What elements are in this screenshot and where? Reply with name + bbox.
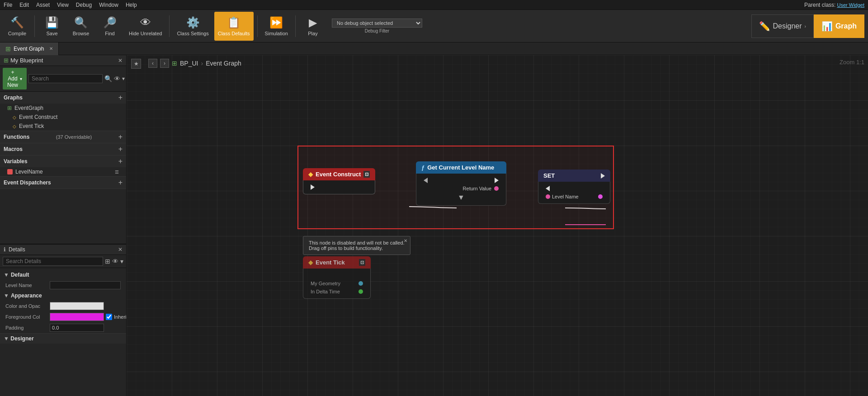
event-construct-node[interactable]: ◆ Event Construct ⊡: [303, 168, 375, 194]
event-tick-node[interactable]: ◆ Event Tick ⊡ My Geometry In Delta Time: [303, 256, 371, 299]
menu-debug[interactable]: Debug: [76, 2, 92, 8]
color-opac-swatch[interactable]: [50, 302, 104, 310]
add-new-chevron-icon: ▾: [20, 76, 22, 81]
event-construct-title: Event Construct: [316, 171, 361, 178]
tab-close-icon[interactable]: ✕: [49, 46, 53, 51]
menu-window[interactable]: Window: [99, 2, 118, 8]
event-graph-tab[interactable]: ⊞ Event Graph ✕: [0, 42, 59, 55]
save-button[interactable]: 💾 Save: [38, 12, 66, 41]
debug-filter-select[interactable]: No debug object selected: [332, 19, 422, 28]
graphs-section: Graphs + ⊞ EventGraph ◇ Event Construct …: [0, 92, 126, 131]
compile-button[interactable]: 🔨 Compile: [4, 12, 31, 41]
breadcrumb-back-button[interactable]: ‹: [148, 59, 157, 68]
blueprint-search-input[interactable]: [28, 74, 103, 83]
menu-help[interactable]: Help: [126, 2, 137, 8]
functions-section-header[interactable]: Functions (37 Overridable) +: [0, 131, 126, 143]
details-search-input[interactable]: [3, 257, 103, 266]
event-construct-diamond-icon: ◇: [13, 115, 16, 120]
breadcrumb-bp[interactable]: BP_UI: [180, 60, 198, 67]
set-exec-in-arrow: [546, 186, 550, 191]
menu-file[interactable]: File: [4, 2, 12, 8]
simulation-button[interactable]: ⏩ Simulation: [261, 12, 292, 41]
menu-view[interactable]: View: [57, 2, 69, 8]
browse-button[interactable]: 🔍 Browse: [67, 12, 94, 41]
parent-class-link[interactable]: User Widget: [837, 2, 864, 8]
details-grid-icon[interactable]: ⊞: [105, 258, 110, 265]
hide-unrelated-button[interactable]: 👁 Hide Unrelated: [125, 12, 165, 41]
play-button[interactable]: ▶ Play: [299, 12, 326, 41]
macros-section-header[interactable]: Macros +: [0, 143, 126, 155]
breadcrumb: ‹ › ⊞ BP_UI › Event Graph: [148, 59, 241, 68]
menu-edit[interactable]: Edit: [19, 2, 29, 8]
blueprint-options-icon[interactable]: ▾: [122, 75, 125, 82]
set-level-name-out-pin[interactable]: [598, 194, 603, 199]
event-tick-item[interactable]: ◇ Event Tick: [0, 122, 126, 131]
level-name-input[interactable]: [50, 281, 121, 289]
class-defaults-button[interactable]: 📋 Class Defaults: [214, 12, 254, 41]
get-current-level-name-node[interactable]: ƒ Get Current Level Name Return Value ▼: [416, 161, 506, 206]
set-exec-in[interactable]: [546, 186, 550, 191]
appearance-section-header[interactable]: ▼ Appearance: [0, 291, 126, 301]
event-tick-exec-out[interactable]: [311, 273, 316, 278]
event-construct-header: ◆ Event Construct ⊡: [303, 168, 375, 180]
blueprint-search-icon[interactable]: 🔍: [104, 75, 112, 82]
event-construct-exec-out[interactable]: [311, 184, 315, 190]
set-out-pin-dot[interactable]: [598, 194, 603, 199]
blueprint-eye-icon[interactable]: 👁: [114, 75, 120, 82]
add-new-button[interactable]: + Add New ▾: [3, 68, 27, 90]
event-construct-item[interactable]: ◇ Event Construct: [0, 113, 126, 122]
details-collapse-icon[interactable]: ✕: [118, 246, 123, 253]
designer-section-header[interactable]: ▼ Designer: [0, 333, 126, 344]
functions-add-icon[interactable]: +: [118, 133, 123, 141]
graph-view-button[interactable]: 📊 Graph: [814, 14, 864, 38]
event-graph-item-label: EventGraph: [14, 105, 43, 111]
blueprint-toolbar: + Add New ▾ 🔍 👁 ▾: [0, 66, 126, 92]
event-tick-bookmark-icon[interactable]: ⊡: [359, 259, 365, 266]
macros-add-icon[interactable]: +: [118, 145, 123, 153]
my-geometry-pin[interactable]: [359, 281, 363, 286]
in-delta-time-label: In Delta Time: [311, 289, 340, 294]
foreground-col-swatch[interactable]: [50, 313, 104, 321]
bookmark-button[interactable]: ★: [131, 59, 141, 69]
get-level-exec-in[interactable]: [424, 178, 428, 183]
event-construct-diamond-icon: ◆: [308, 171, 313, 178]
collapse-my-blueprint-icon[interactable]: ✕: [118, 57, 123, 64]
event-construct-exec-pin-row: [307, 183, 371, 191]
graphs-add-icon[interactable]: +: [118, 94, 123, 102]
get-level-exec-out[interactable]: [495, 178, 499, 183]
levelname-var-item[interactable]: LevelName ☰: [0, 167, 126, 176]
set-level-name-pin[interactable]: [546, 194, 550, 199]
set-exec-out[interactable]: [601, 173, 605, 179]
designer-view-button[interactable]: ✏️ Designer ›: [751, 14, 814, 38]
return-value-pin[interactable]: [494, 186, 499, 191]
expand-icon[interactable]: ▼: [420, 193, 502, 203]
set-title: SET: [543, 172, 555, 179]
breadcrumb-forward-button[interactable]: ›: [160, 59, 169, 68]
set-level-name-label: Level Name: [552, 194, 579, 199]
event-construct-bookmark-icon[interactable]: ⊡: [363, 171, 370, 178]
foreground-inherit-checkbox[interactable]: [106, 314, 112, 320]
event-tick-label: Event Tick: [19, 123, 44, 129]
variables-section-header[interactable]: Variables +: [0, 156, 126, 167]
default-section-header[interactable]: ▼ Default: [0, 270, 126, 280]
breadcrumb-graph[interactable]: Event Graph: [206, 60, 241, 67]
event-dispatchers-add-icon[interactable]: +: [118, 179, 123, 187]
event-dispatchers-section-header[interactable]: Event Dispatchers +: [0, 177, 126, 189]
set-node[interactable]: SET Level Name: [538, 170, 610, 204]
variables-add-icon[interactable]: +: [118, 157, 123, 165]
find-button[interactable]: 🔎 Find: [96, 12, 123, 41]
class-settings-button[interactable]: ⚙️ Class Settings: [173, 12, 212, 41]
menu-asset[interactable]: Asset: [36, 2, 50, 8]
appearance-chevron-icon: ▼: [4, 292, 9, 299]
designer-icon: ✏️: [759, 21, 770, 32]
graph-area[interactable]: ★ ‹ › ⊞ BP_UI › Event Graph Zoom 1:1 ◆ E…: [127, 55, 868, 396]
graphs-section-header[interactable]: Graphs +: [0, 92, 126, 104]
event-tick-tooltip-close[interactable]: ✕: [404, 238, 407, 243]
event-graph-item[interactable]: ⊞ EventGraph: [0, 104, 126, 113]
details-eye-icon[interactable]: 👁: [112, 258, 118, 265]
default-chevron-icon: ▼: [4, 272, 9, 278]
set-level-name-pin-left[interactable]: Level Name: [546, 194, 579, 199]
details-options-icon[interactable]: ▾: [120, 258, 123, 265]
in-delta-time-pin[interactable]: [359, 289, 363, 294]
padding-input[interactable]: [50, 324, 104, 332]
